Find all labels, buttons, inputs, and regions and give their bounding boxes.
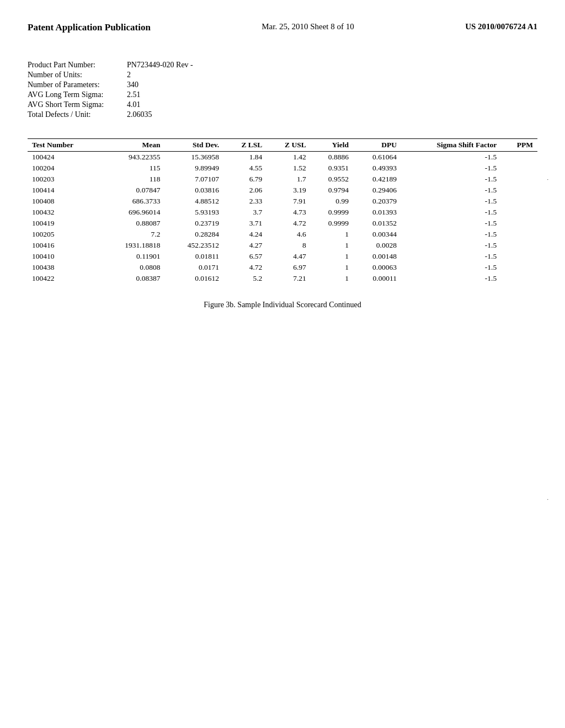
table-column-header: DPU [353,139,401,152]
table-cell: 4.6 [266,229,310,240]
table-cell: -1.5 [401,207,501,218]
header-right: US 2010/0076724 A1 [465,22,537,31]
header-center: Mar. 25, 2010 Sheet 8 of 10 [262,22,354,31]
table-cell: 100432 [28,207,100,218]
table-cell: 15.36958 [164,152,223,163]
table-cell: 0.28284 [164,229,223,240]
table-cell: 1 [311,229,353,240]
table-cell: 5.2 [223,273,266,284]
table-column-header: Yield [311,139,353,152]
table-cell [501,229,537,240]
table-cell: 1.42 [266,152,310,163]
table-header-row: Test NumberMeanStd Dev.Z LSLZ USLYieldDP… [28,139,537,152]
table-cell: 0.01352 [353,218,401,229]
table-cell: 0.01612 [164,273,223,284]
product-value: 2 [127,71,131,79]
product-value: 4.01 [127,100,141,109]
table-cell [501,251,537,262]
table-cell: 1 [311,240,353,251]
table-row: 1004190.880870.237193.714.720.99990.0135… [28,218,537,229]
table-cell: 7.21 [266,273,310,284]
table-cell: 0.9794 [311,185,353,196]
table-row: 1004161931.18818452.235124.27810.0028-1.… [28,240,537,251]
table-cell: 2.06 [223,185,266,196]
product-info-block: Product Part Number:PN723449-020 Rev -Nu… [28,61,537,119]
table-cell: -1.5 [401,185,501,196]
table-cell: 100419 [28,218,100,229]
table-cell: 100205 [28,229,100,240]
table-cell: 100422 [28,273,100,284]
page-content: Product Part Number:PN723449-020 Rev -Nu… [0,44,565,331]
table-cell: 3.7 [223,207,266,218]
table-cell: 3.19 [266,185,310,196]
table-cell: -1.5 [401,251,501,262]
table-cell: 0.07847 [100,185,164,196]
table-column-header: Std Dev. [164,139,223,152]
table-cell: 100414 [28,185,100,196]
product-label: AVG Short Term Sigma: [28,100,116,109]
table-cell [501,262,537,273]
table-cell: -1.5 [401,163,501,174]
table-cell [501,273,537,284]
table-column-header: Z LSL [223,139,266,152]
table-cell: 100408 [28,196,100,207]
table-cell: 686.3733 [100,196,164,207]
table-cell [501,196,537,207]
table-cell: 0.99 [311,196,353,207]
product-info-row: Total Defects / Unit:2.06035 [28,110,537,119]
table-cell: 118 [100,174,164,185]
table-cell: -1.5 [401,196,501,207]
product-info-row: Product Part Number:PN723449-020 Rev - [28,61,537,69]
table-cell: 0.00148 [353,251,401,262]
product-label: Product Part Number: [28,61,116,69]
table-cell: 115 [100,163,164,174]
table-cell: 0.42189 [353,174,401,185]
table-cell: 696.96014 [100,207,164,218]
product-info-row: AVG Short Term Sigma:4.01 [28,100,537,109]
table-cell: 0.49393 [353,163,401,174]
table-row: 100424943.2235515.369581.841.420.88860.6… [28,152,537,163]
table-cell: 6.97 [266,262,310,273]
table-cell: 100438 [28,262,100,273]
table-cell: 1 [311,273,353,284]
table-cell: 0.8886 [311,152,353,163]
product-label: Number of Parameters: [28,81,116,89]
page-header: Patent Application Publication Mar. 25, … [0,0,565,44]
table-cell: 943.22355 [100,152,164,163]
table-row: 100432696.960145.931933.74.730.99990.013… [28,207,537,218]
table-cell: 0.20379 [353,196,401,207]
product-info-row: Number of Parameters:340 [28,81,537,89]
table-cell: 7.91 [266,196,310,207]
table-cell: -1.5 [401,262,501,273]
table-cell: 1 [311,262,353,273]
table-row: 1002041159.899494.551.520.93510.49393-1.… [28,163,537,174]
table-cell: -1.5 [401,240,501,251]
table-cell: 6.79 [223,174,266,185]
table-cell: 1 [311,251,353,262]
product-info-row: Number of Units:2 [28,71,537,79]
product-label: Number of Units: [28,71,116,79]
data-table: Test NumberMeanStd Dev.Z LSLZ USLYieldDP… [28,138,537,284]
table-cell: -1.5 [401,218,501,229]
table-cell: 100410 [28,251,100,262]
table-body: 100424943.2235515.369581.841.420.88860.6… [28,152,537,285]
table-cell: 0.0808 [100,262,164,273]
table-cell [501,152,537,163]
table-cell: 7.07107 [164,174,223,185]
table-cell: 0.29406 [353,185,401,196]
table-cell: 100424 [28,152,100,163]
table-column-header: Sigma Shift Factor [401,139,501,152]
table-row: 1004140.078470.038162.063.190.97940.2940… [28,185,537,196]
table-cell: 1931.18818 [100,240,164,251]
table-cell [501,218,537,229]
table-row: 1004100.119010.018116.574.4710.00148-1.5 [28,251,537,262]
product-label: AVG Long Term Sigma: [28,90,116,99]
table-cell [501,185,537,196]
table-row: 1004220.083870.016125.27.2110.00011-1.5 [28,273,537,284]
table-cell: 0.9999 [311,207,353,218]
table-cell: 1.52 [266,163,310,174]
table-cell: 4.72 [223,262,266,273]
decorative-dot-1: · [547,176,549,183]
table-row: 1002031187.071076.791.70.95520.42189-1.5 [28,174,537,185]
table-cell: 452.23512 [164,240,223,251]
